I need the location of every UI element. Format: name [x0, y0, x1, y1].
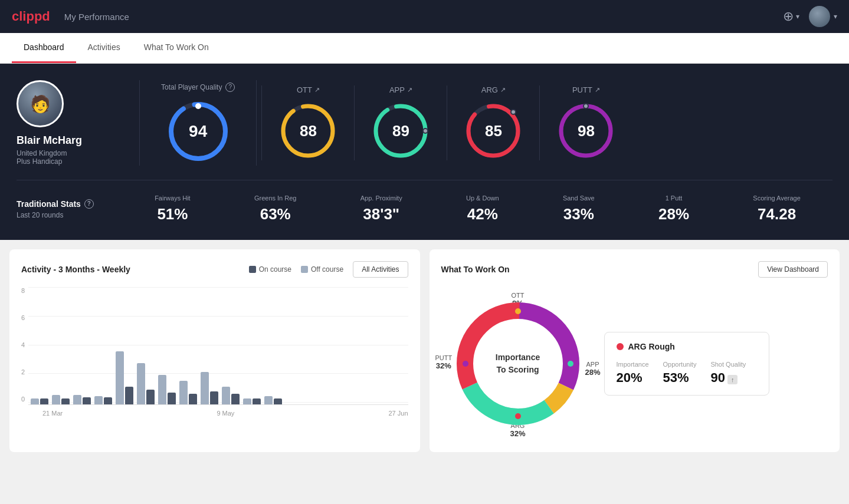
bar-off-6	[137, 363, 145, 404]
detail-importance: Importance 20%	[617, 361, 649, 386]
oneputt-label: 1 Putt	[666, 195, 683, 202]
oneputt-value: 28%	[658, 205, 689, 223]
on-course-dot	[249, 266, 256, 273]
logo-text: clippd	[12, 9, 50, 24]
total-score-circle: 94	[166, 99, 231, 164]
bar-off-7	[158, 375, 166, 404]
player-avatar: 🧑	[17, 80, 64, 127]
bar-on-7	[168, 393, 176, 404]
all-activities-button[interactable]: All Activities	[353, 261, 408, 278]
on-course-label: On course	[259, 265, 291, 274]
activity-chart-controls: On course Off course All Activities	[249, 261, 408, 278]
tab-dashboard[interactable]: Dashboard	[12, 33, 76, 63]
svg-point-22	[515, 308, 521, 314]
header-left: clippd My Performance	[12, 9, 129, 24]
svg-point-16	[584, 104, 588, 108]
bar-group-4	[94, 396, 112, 404]
trad-info-icon[interactable]: ?	[84, 199, 94, 209]
bar-off-12	[264, 396, 273, 404]
bar-group-12	[264, 396, 282, 404]
greens-label: Greens In Reg	[254, 195, 297, 202]
donut-chart-wrapper: OTT 8% APP 28% ARG 32% PUTT	[441, 287, 595, 440]
detail-card-title: ARG Rough	[617, 342, 757, 351]
user-menu-button[interactable]: ▾	[809, 6, 837, 27]
bar-off-5	[116, 351, 124, 404]
score-card-app: APP ↗ 89	[354, 85, 447, 160]
bar-on-1	[40, 398, 48, 404]
stat-sandsave: Sand Save 33%	[563, 195, 595, 223]
player-country: United Kingdom	[17, 149, 67, 157]
x-axis: 21 Mar 9 May 27 Jun	[21, 410, 408, 417]
view-dashboard-button[interactable]: View Dashboard	[758, 261, 828, 278]
bar-off-11	[243, 398, 251, 404]
add-button[interactable]: ⊕ ▾	[783, 9, 799, 24]
stat-updown: Up & Down 42%	[466, 195, 499, 223]
total-quality-section: Total Player Quality ? 94	[145, 83, 251, 164]
bar-off-9	[201, 372, 209, 404]
stat-fairways: Fairways Hit 51%	[155, 195, 191, 223]
add-chevron-icon: ▾	[796, 12, 799, 21]
x-label-may: 9 May	[217, 410, 234, 417]
score-card-arg: ARG ↗ 85	[447, 85, 539, 160]
putt-circle: 98	[556, 101, 615, 160]
header: clippd My Performance ⊕ ▾ ▾	[0, 0, 849, 33]
arg-arrow-icon: ↗	[500, 86, 506, 94]
detail-dot-icon	[617, 343, 624, 350]
app-prox-value: 38'3"	[363, 205, 399, 223]
bar-group-1	[31, 398, 48, 404]
trad-stats-label-section: Traditional Stats ? Last 20 rounds	[17, 199, 123, 219]
putt-label: PUTT ↗	[572, 85, 600, 94]
off-course-label: Off course	[311, 265, 343, 274]
scoring-label: Scoring Average	[753, 195, 801, 202]
chart-body	[28, 287, 408, 405]
fairways-value: 51%	[157, 205, 188, 223]
what-to-work-on-panel: What To Work On View Dashboard OTT 8% AP…	[430, 249, 840, 452]
tab-what-to-work-on[interactable]: What To Work On	[132, 33, 221, 63]
opportunity-label: Opportunity	[663, 361, 697, 368]
tab-activities[interactable]: Activities	[76, 33, 132, 63]
info-icon[interactable]: ?	[225, 83, 235, 92]
bar-off-4	[94, 396, 103, 404]
sandsave-value: 33%	[563, 205, 594, 223]
bar-off-3	[73, 395, 81, 404]
activity-chart-title: Activity - 3 Months - Weekly	[21, 265, 130, 274]
ott-arrow-icon: ↗	[314, 86, 320, 94]
traditional-stats: Traditional Stats ? Last 20 rounds Fairw…	[17, 180, 832, 223]
x-label-jun: 27 Jun	[388, 410, 408, 417]
svg-point-12	[512, 110, 515, 114]
detail-opportunity: Opportunity 53%	[663, 361, 697, 386]
bar-group-6	[137, 363, 155, 404]
header-right: ⊕ ▾ ▾	[783, 6, 837, 27]
player-handicap: Plus Handicap	[17, 157, 62, 166]
arg-value: 85	[485, 122, 502, 140]
bar-on-11	[253, 398, 261, 404]
player-name: Blair McHarg	[17, 134, 82, 147]
stat-items: Fairways Hit 51% Greens In Reg 63% App. …	[123, 195, 832, 223]
trad-stats-sublabel: Last 20 rounds	[17, 211, 123, 219]
app-arrow-icon: ↗	[407, 86, 412, 94]
trad-stats-heading: Traditional Stats ?	[17, 199, 123, 209]
bar-group-5	[116, 351, 133, 404]
y-label-4: 4	[21, 341, 25, 348]
y-label-6: 6	[21, 314, 25, 321]
legend-on-course: On course	[249, 265, 291, 274]
updown-value: 42%	[467, 205, 498, 223]
stat-oneputt: 1 Putt 28%	[658, 195, 689, 223]
stats-top: 🧑 Blair McHarg United Kingdom Plus Handi…	[17, 80, 832, 166]
app-value: 89	[392, 122, 409, 140]
svg-point-2	[195, 103, 201, 109]
activity-chart-panel: Activity - 3 Months - Weekly On course O…	[9, 249, 420, 452]
svg-point-8	[424, 129, 427, 133]
tabs-bar: Dashboard Activities What To Work On	[0, 33, 849, 64]
app-circle: 89	[371, 101, 430, 160]
arg-label: ARG ↗	[481, 85, 506, 94]
bar-on-2	[61, 398, 70, 404]
svg-point-23	[568, 361, 573, 367]
bar-off-1	[31, 398, 39, 404]
activity-chart-header: Activity - 3 Months - Weekly On course O…	[21, 261, 408, 278]
shot-quality-label: Shot Quality	[710, 361, 746, 368]
detail-metrics: Importance 20% Opportunity 53% Shot Qual…	[617, 361, 757, 386]
bar-on-5	[125, 387, 133, 404]
total-score-value: 94	[189, 122, 207, 141]
score-card-ott: OTT ↗ 88	[261, 85, 354, 160]
